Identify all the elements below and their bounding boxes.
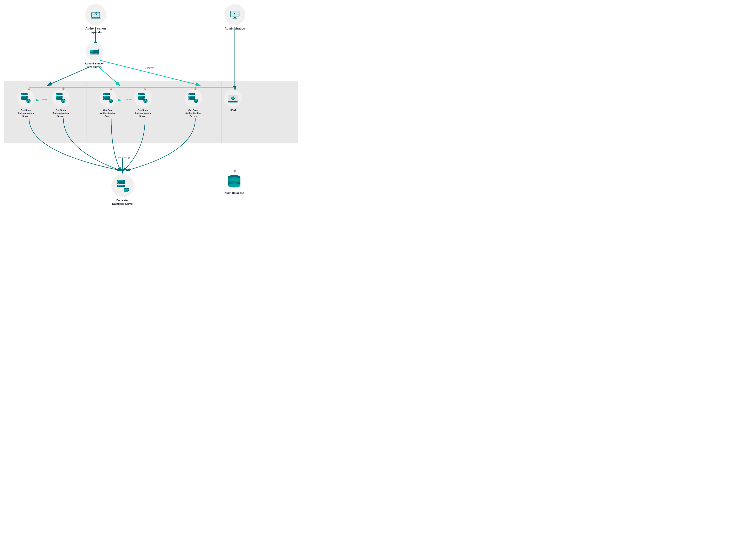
server5-label: OneSpanAuthenticationServer (185, 109, 201, 118)
failover-s3s4-label: Failover (125, 99, 132, 101)
svg-rect-115 (119, 183, 123, 183)
auth-server5-icon (188, 93, 199, 103)
database-label: DedicatedDatabase Server (112, 199, 134, 206)
server4-label: OneSpanAuthenticationServer (135, 109, 151, 118)
failover-s1s2-label: Failover (41, 99, 48, 101)
svg-rect-53 (58, 97, 61, 97)
svg-rect-37 (23, 94, 26, 94)
auth-requests-circle (85, 4, 106, 25)
load-balancer-node: Load Balancerwith failover (85, 43, 104, 69)
hsm-label: HSM (230, 109, 236, 112)
svg-point-22 (96, 14, 96, 15)
svg-rect-66 (105, 97, 108, 97)
svg-rect-118 (119, 185, 123, 186)
hsm-circle (224, 90, 242, 107)
svg-rect-63 (105, 94, 108, 94)
svg-rect-114 (118, 183, 119, 184)
auth-server-icon (21, 93, 31, 103)
svg-rect-32 (91, 53, 92, 54)
load-sharing-label: Load sharing (115, 156, 130, 159)
svg-rect-33 (92, 53, 93, 54)
server1-circle (17, 90, 35, 107)
svg-rect-49 (56, 94, 57, 95)
administration-node: Administration (224, 4, 245, 30)
auth-server2-icon (56, 93, 66, 103)
svg-rect-52 (56, 96, 57, 98)
svg-rect-34 (94, 53, 98, 54)
server5-node: OneSpanAuthenticationServer (184, 90, 202, 118)
svg-point-125 (228, 183, 241, 187)
database-node: DedicatedDatabase Server (111, 174, 134, 206)
svg-rect-88 (189, 94, 190, 95)
svg-rect-26 (232, 18, 237, 19)
svg-rect-65 (104, 96, 105, 98)
svg-rect-92 (190, 97, 194, 97)
hsm-node: HSM (224, 90, 242, 112)
server2-node: OneSpanAuthenticationServer (52, 90, 70, 118)
administration-label: Administration (225, 27, 245, 30)
svg-point-121 (124, 190, 129, 192)
svg-rect-117 (118, 185, 119, 186)
auth-server3-icon (103, 93, 114, 103)
svg-rect-28 (91, 50, 92, 51)
svg-rect-107 (231, 102, 232, 102)
server4-node: OneSpanAuthenticationServer (134, 90, 152, 118)
svg-rect-19 (91, 18, 101, 19)
svg-rect-79 (140, 97, 143, 97)
svg-rect-69 (105, 99, 108, 99)
svg-rect-36 (22, 94, 23, 95)
svg-rect-25 (234, 17, 236, 18)
server2-label: OneSpanAuthenticationServer (53, 109, 69, 118)
auth-requests-node: Authentication requests (85, 4, 106, 34)
svg-rect-91 (189, 96, 190, 98)
svg-rect-68 (104, 99, 105, 100)
svg-rect-94 (189, 99, 190, 100)
svg-rect-40 (23, 97, 26, 97)
svg-rect-62 (104, 94, 105, 95)
svg-rect-43 (23, 99, 26, 99)
server1-label: OneSpanAuthenticationServer (18, 109, 34, 118)
audit-db-icon-container (225, 174, 243, 190)
svg-rect-76 (140, 94, 143, 94)
svg-point-122 (124, 188, 129, 190)
svg-rect-108 (232, 102, 233, 102)
administration-circle (224, 4, 245, 25)
server4-circle (134, 90, 152, 107)
svg-rect-112 (119, 180, 123, 181)
svg-rect-109 (233, 102, 235, 102)
database-circle (111, 174, 134, 197)
svg-rect-106 (229, 102, 230, 102)
auth-requests-label: Authentication requests (85, 27, 106, 34)
svg-rect-81 (138, 99, 139, 100)
svg-rect-89 (190, 94, 194, 94)
audit-db-node: Audit Database (224, 174, 244, 195)
svg-rect-39 (22, 96, 23, 98)
hsm-icon (227, 94, 238, 103)
svg-rect-75 (138, 94, 139, 95)
server1-node: OneSpanAuthenticationServer (17, 90, 35, 118)
laptop-lock-icon (90, 9, 101, 21)
audit-db-icon (225, 174, 243, 190)
svg-rect-82 (140, 99, 143, 99)
svg-rect-42 (22, 99, 23, 100)
server2-circle (52, 90, 70, 107)
svg-rect-95 (190, 99, 194, 99)
server3-label: OneSpanAuthenticationServer (100, 109, 116, 118)
svg-rect-30 (94, 51, 98, 51)
monitor-icon (229, 9, 241, 21)
server3-circle (99, 90, 117, 107)
auth-server4-icon (138, 93, 148, 103)
failover-diagonal-label: Failover (145, 67, 153, 69)
svg-rect-111 (118, 180, 119, 181)
server5-circle (184, 90, 202, 107)
svg-point-127 (228, 179, 241, 183)
svg-rect-29 (92, 50, 93, 51)
diagram-container: Authentication requests Administration (0, 0, 302, 222)
svg-rect-50 (58, 94, 61, 94)
database-icon (116, 179, 129, 192)
svg-rect-55 (56, 99, 57, 100)
svg-rect-56 (58, 99, 61, 99)
svg-rect-78 (138, 96, 139, 98)
load-balancer-icon (89, 48, 100, 55)
server3-node: OneSpanAuthenticationServer (99, 90, 117, 118)
